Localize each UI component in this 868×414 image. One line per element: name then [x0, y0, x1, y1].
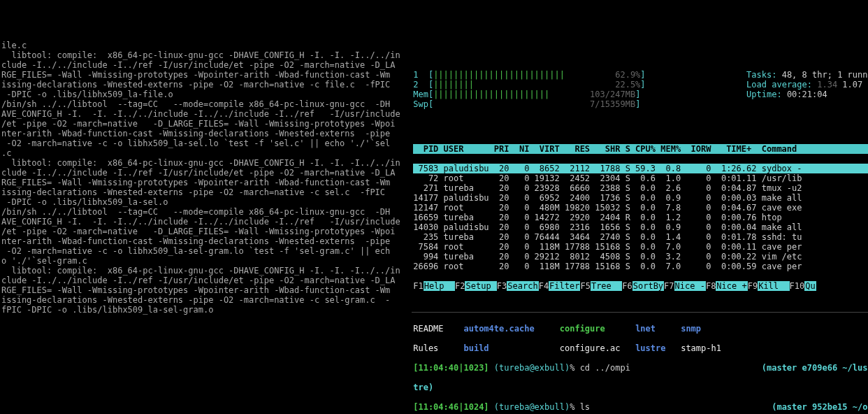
htop-process-row[interactable]: 7583 paludisbu 20 0 8652 2112 1788 S 59.… — [413, 164, 868, 173]
cpu-label: 1 [ — [413, 70, 433, 80]
htop-columns-header[interactable]: PID USER PRI NI VIRT RES SHR S CPU% MEM%… — [413, 144, 868, 154]
load-val: 1.07 0.62 — [837, 80, 868, 90]
cpu-label: 2 [ — [413, 80, 433, 90]
file-entry: lustre — [635, 343, 681, 353]
tasks-val: 48, 8 thr; 1 running — [782, 70, 868, 80]
ls-output-row: README autom4te.cache configure lnet snm… — [413, 324, 868, 334]
prompt-cmd: % cd ../ompi — [570, 363, 630, 373]
uptime-label: Uptime: — [746, 90, 787, 99]
file-entry: Rules — [413, 343, 463, 353]
prompt-time: [11:04:40|1023] — [413, 363, 489, 373]
file-entry: stamp-h1 — [681, 343, 731, 353]
fkey: F1 — [413, 281, 423, 291]
file-entry: lnet — [635, 324, 681, 334]
fkey-label[interactable]: Search — [507, 281, 538, 291]
load-val: 1.34 — [817, 80, 837, 90]
fkey: F7 — [664, 281, 674, 291]
bracket: ] — [635, 99, 640, 109]
htop-process-row[interactable]: 12147 root 20 0 480M 19820 15032 S 0.0 7… — [413, 203, 868, 213]
htop-process-row[interactable]: 271 tureba 20 0 23928 6660 2388 S 0.0 2.… — [413, 183, 868, 193]
prompt-cmd: % ls — [570, 402, 590, 412]
bracket: ] — [640, 70, 645, 80]
htop-info: Tasks: 48, 8 thr; 1 running Load average… — [746, 60, 868, 109]
bracket: ] — [635, 90, 640, 99]
uptime-val: 00:21:04 — [787, 90, 827, 99]
fkey-label[interactable]: Kill — [758, 281, 789, 291]
file-entry: snmp — [681, 324, 731, 334]
prompt-time: [11:04:46|1024] — [413, 402, 489, 412]
htop-meters: 1 [|||||||||||||||||||||||||| 62.9%] 2 [… — [413, 60, 725, 109]
file-entry: autom4te.cache — [463, 324, 559, 334]
htop-process-row[interactable]: 235 tureba 20 0 76444 3464 2740 S 0.0 1.… — [413, 232, 868, 242]
prompt-git: tre) — [413, 383, 433, 392]
htop-process-row[interactable]: 26696 root 20 0 118M 17788 15168 S 0.0 7… — [413, 262, 868, 271]
htop-process-row[interactable]: 14177 paludisbu 20 0 6952 2400 1736 S 0.… — [413, 193, 868, 203]
cpu-bars: |||||||| — [433, 80, 474, 90]
swp-val: 7/15359MB — [590, 99, 635, 109]
fkey-label[interactable]: Nice + — [716, 281, 747, 291]
fkey-label[interactable]: Help — [424, 281, 455, 291]
htop-panel[interactable]: 1 [|||||||||||||||||||||||||| 62.9%] 2 [… — [412, 39, 868, 312]
file-entry: configure.ac — [560, 343, 635, 353]
prompt-git: (master 952be15 ~/o — [772, 402, 867, 412]
htop-process-row[interactable]: 7584 root 20 0 118M 17788 15168 S 0.0 7.… — [413, 242, 868, 252]
fkey-label[interactable]: SortBy — [632, 281, 664, 291]
fkey: F5 — [580, 281, 590, 291]
htop-process-row[interactable]: 16659 tureba 20 0 14272 2920 2404 R 0.0 … — [413, 213, 868, 222]
file-entry: README — [413, 324, 463, 334]
fkey: F3 — [497, 281, 507, 291]
prompt-git: (master e709e66 ~/lus — [762, 363, 868, 373]
htop-function-keys[interactable]: F1Help F2Setup F3SearchF4FilterF5Tree F6… — [413, 281, 868, 291]
prompt-user: (tureba@exbull) — [489, 363, 570, 373]
fkey-label[interactable]: Nice - — [674, 281, 706, 291]
compile-output: ile.c libtool: compile: x86_64-pc-linux-… — [0, 39, 412, 414]
htop-process-row[interactable]: 14030 paludisbu 20 0 6980 2316 1656 S 0.… — [413, 222, 868, 232]
fkey: F8 — [706, 281, 716, 291]
fkey: F9 — [748, 281, 758, 291]
ls-output-row: Rules build configure.ac lustre stamp-h1 — [413, 343, 868, 353]
bracket: ] — [640, 80, 645, 90]
fkey-label[interactable]: Setup — [465, 281, 496, 291]
mem-bars: ||||||||||||||||||||||| — [433, 90, 549, 99]
cpu-pct: 22.5% — [615, 80, 640, 90]
shell-panel[interactable]: README autom4te.cache configure lnet snm… — [412, 313, 868, 414]
fkey-label[interactable]: Tree — [591, 281, 622, 291]
file-entry: configure — [560, 324, 635, 334]
fkey: F2 — [455, 281, 465, 291]
prompt-user: (tureba@exbull) — [489, 402, 570, 412]
htop-process-row[interactable]: 72 root 20 0 19132 2452 2304 S 0.6 1.0 0… — [413, 173, 868, 183]
mem-val: 103/247MB — [590, 90, 635, 99]
load-label: Load average: — [746, 80, 817, 90]
swp-label: Swp[ — [413, 99, 433, 109]
file-entry: build — [463, 343, 559, 353]
cpu-bars: |||||||||||||||||||||||||| — [433, 70, 565, 80]
fkey: F10 — [790, 281, 805, 291]
htop-process-row[interactable]: 994 tureba 20 0 29212 8012 4508 S 0.0 3.… — [413, 252, 868, 262]
tasks-label: Tasks: — [746, 70, 782, 80]
mem-label: Mem[ — [413, 90, 433, 99]
cpu-pct: 62.9% — [615, 70, 640, 80]
fkey-label[interactable]: Filter — [549, 281, 580, 291]
fkey-label[interactable]: Qu — [804, 281, 816, 291]
fkey: F6 — [622, 281, 632, 291]
fkey: F4 — [539, 281, 549, 291]
htop-process-list[interactable]: 7583 paludisbu 20 0 8652 2112 1788 S 59.… — [413, 164, 868, 271]
